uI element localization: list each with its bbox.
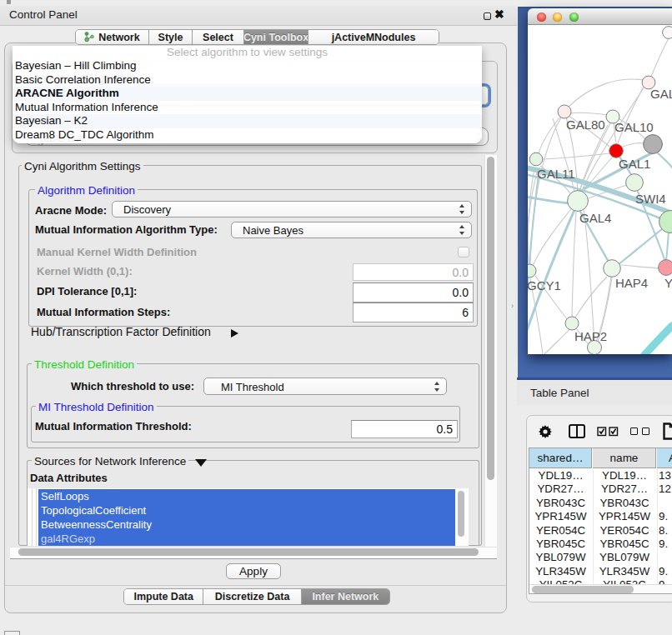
- svg-text:GCY1: GCY1: [528, 278, 561, 292]
- svg-text:GAL4: GAL4: [579, 211, 611, 225]
- svg-text:GAL1: GAL1: [619, 157, 650, 171]
- svg-text:GAL7: GAL7: [650, 87, 672, 101]
- svg-text:HAP4: HAP4: [615, 276, 648, 290]
- svg-text:SWI4: SWI4: [635, 192, 666, 206]
- svg-text:GAL80: GAL80: [566, 118, 605, 132]
- svg-text:HAP2: HAP2: [574, 329, 607, 343]
- svg-text:GAL10: GAL10: [614, 120, 654, 134]
- svg-text:GAL11: GAL11: [537, 167, 575, 181]
- svg-text:YM: YM: [664, 276, 672, 290]
